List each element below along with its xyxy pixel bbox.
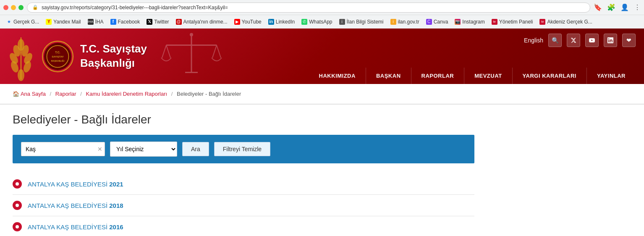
extensions-icon[interactable]: 🧩 — [607, 3, 615, 11]
site-header: T.C. SAYIŞTAY BAŞKANLIĞI T.C. Sayıştay B… — [0, 29, 644, 84]
result-text-1: ANTALYA KAŞ BELEDİYESİ — [28, 181, 109, 188]
svg-text:T.C.: T.C. — [55, 51, 60, 54]
breadcrumb-raporlar-link[interactable]: Raporlar — [55, 91, 76, 97]
nav-yargi[interactable]: YARGI KARARLARI — [513, 68, 587, 84]
browser-chrome: 🔒 sayistay.gov.tr/reports/category/31-be… — [0, 0, 644, 15]
wheat-decoration — [0, 29, 42, 84]
header-search-button[interactable]: 🔍 — [548, 34, 562, 47]
result-item-2: ANTALYA KAŞ BELEDİYESİ 2018 — [13, 195, 474, 216]
bookmark-twitter[interactable]: 𝕏 Twitter — [144, 18, 171, 26]
twitter-social-btn[interactable] — [567, 34, 580, 47]
breadcrumb-home-link[interactable]: Ana Sayfa — [21, 91, 46, 97]
result-item-3: ANTALYA KAŞ BELEDİYESİ 2016 — [13, 216, 474, 236]
result-link-1[interactable]: ANTALYA KAŞ BELEDİYESİ 2021 — [28, 181, 123, 188]
bookmark-antalya[interactable]: @ Antalya'nın dinme... — [173, 18, 230, 26]
site-title: T.C. Sayıştay Başkanlığı — [80, 42, 147, 71]
bookmark-gercek[interactable]: ★ Gerçek G... — [3, 18, 42, 26]
svg-point-20 — [190, 33, 193, 37]
linkedin-social-btn[interactable] — [604, 34, 617, 47]
svg-line-16 — [166, 45, 170, 58]
result-year-2: 2018 — [109, 202, 123, 209]
page-content: Belediyeler - Bağlı İdareler ✕ Yıl Seçin… — [0, 105, 563, 236]
browser-controls: 🔖 🧩 👤 ⋮ — [594, 3, 641, 11]
result-year-3: 2016 — [109, 223, 123, 231]
breadcrumb-sep3: / — [171, 91, 173, 97]
bookmark-iha[interactable]: İHA İHA — [85, 18, 106, 26]
nav-hakkimizda[interactable]: HAKKIMIZDA — [309, 68, 366, 84]
year-select[interactable]: Yıl Seçiniz — [110, 142, 177, 157]
clear-search-button[interactable]: ✕ — [97, 146, 102, 152]
result-text-2: ANTALYA KAŞ BELEDİYESİ — [28, 202, 109, 209]
youtube-social-btn[interactable] — [585, 34, 599, 47]
breadcrumb-sep1: / — [50, 91, 52, 97]
result-item-1: ANTALYA KAŞ BELEDİYESİ 2021 — [13, 173, 474, 195]
url-text: sayistay.gov.tr/reports/category/31-bele… — [42, 5, 228, 10]
bookmark-icon[interactable]: 🔖 — [594, 3, 602, 11]
bookmarks-bar: ★ Gerçek G... Y Yandex Mail İHA İHA f Fa… — [0, 15, 644, 29]
search-input[interactable] — [21, 142, 105, 156]
bookmark-yandex[interactable]: Y Yandex Mail — [43, 18, 83, 26]
svg-point-1 — [18, 69, 24, 81]
result-icon-1 — [13, 179, 22, 189]
result-year-1: 2021 — [109, 181, 123, 188]
header-right: English 🔍 ❤ HAKKIMIZDA BAŞKAN RAPORLAR M… — [309, 29, 644, 84]
results-list: ANTALYA KAŞ BELEDİYESİ 2021 ANTALYA KAŞ … — [13, 173, 474, 236]
breadcrumb-current: Belediyeler - Bağlı İdareler — [177, 91, 241, 97]
nav-mevzuat[interactable]: MEVZUAT — [464, 68, 512, 84]
menu-icon[interactable]: ⋮ — [634, 3, 641, 11]
header-top-controls: English 🔍 ❤ — [524, 34, 636, 47]
page-title: Belediyeler - Bağlı İdareler — [13, 113, 550, 126]
svg-line-17 — [212, 45, 217, 58]
url-bar[interactable]: 🔒 sayistay.gov.tr/reports/category/31-be… — [27, 3, 590, 13]
language-link[interactable]: English — [524, 37, 543, 44]
svg-line-18 — [217, 45, 221, 58]
filter-bar: ✕ Yıl Seçiniz Ara Filtreyi Temizle — [13, 135, 474, 163]
bookmark-ilan-gov[interactable]: i ilan.gov.tr — [388, 18, 422, 26]
bookmark-linkedin[interactable]: in LinkedIn — [266, 18, 297, 26]
result-icon-3 — [13, 222, 22, 231]
result-link-2[interactable]: ANTALYA KAŞ BELEDİYESİ 2018 — [28, 202, 123, 209]
breadcrumb: 🏠 Ana Sayfa / Raporlar / Kamu İdareleri … — [0, 84, 644, 105]
profile-icon[interactable]: 👤 — [620, 3, 629, 11]
nav-yayinlar[interactable]: YAYINLAR — [587, 68, 636, 84]
main-nav: HAKKIMIZDA BAŞKAN RAPORLAR MEVZUAT YARGI… — [309, 64, 636, 84]
bookmark-ilan-bilgi[interactable]: i İlan Bilgi Sistemi — [337, 18, 386, 26]
svg-line-15 — [162, 45, 166, 58]
breadcrumb-home-icon: 🏠 — [13, 91, 19, 97]
svg-text:BAŞKANLIĞI: BAŞKANLIĞI — [51, 60, 65, 62]
svg-text:SAYIŞTAY: SAYIŞTAY — [52, 55, 63, 58]
search-wrapper: ✕ — [21, 142, 105, 156]
logo[interactable]: T.C. SAYIŞTAY BAŞKANLIĞI — [42, 41, 73, 72]
result-link-3[interactable]: ANTALYA KAŞ BELEDİYESİ 2016 — [28, 223, 123, 231]
logo-inner: T.C. SAYIŞTAY BAŞKANLIĞI — [44, 43, 71, 70]
bookmark-whatsapp[interactable]: ✆ WhatsApp — [299, 18, 335, 26]
bookmark-facebook[interactable]: f Facebook — [108, 18, 143, 26]
result-icon-2 — [13, 201, 22, 210]
search-button[interactable]: Ara — [182, 142, 209, 156]
bookmark-instagram[interactable]: 📷 Instagram — [452, 18, 487, 26]
heart-social-btn[interactable]: ❤ — [622, 34, 636, 47]
result-text-3: ANTALYA KAŞ BELEDİYESİ — [28, 223, 109, 231]
bookmark-canva[interactable]: C Canva — [424, 18, 451, 26]
nav-baskan[interactable]: BAŞKAN — [366, 68, 411, 84]
bookmark-akdeniz[interactable]: te Akdeniz Gerçek G... — [537, 18, 594, 26]
clear-filter-button[interactable]: Filtreyi Temizle — [214, 142, 270, 156]
breadcrumb-sep2: / — [80, 91, 82, 97]
breadcrumb-kamu-link[interactable]: Kamu İdareleri Denetim Raporları — [86, 91, 168, 97]
nav-raporlar[interactable]: RAPORLAR — [411, 68, 465, 84]
bookmark-yonetim[interactable]: te Yönetim Paneli — [489, 18, 536, 26]
bookmark-youtube[interactable]: ▶ YouTube — [232, 18, 264, 26]
svg-point-8 — [18, 39, 24, 51]
